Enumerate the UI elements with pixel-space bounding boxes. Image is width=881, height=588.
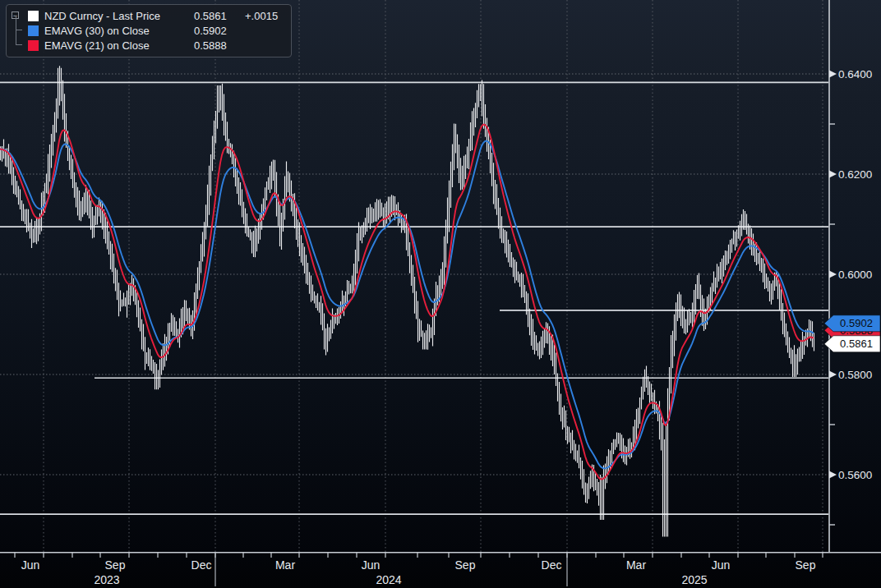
- tree-branch: [16, 16, 22, 30]
- x-axis-year-label: 2023: [94, 573, 119, 586]
- tree-branch: [16, 30, 22, 45]
- series-value: 0.5861: [194, 9, 245, 23]
- x-axis-month-label: Sep: [105, 558, 126, 572]
- x-axis-month-label: Jun: [712, 558, 731, 572]
- legend-panel: − NZD Curncy - Last Price 0.5861 +.0015 …: [6, 4, 292, 57]
- x-axis-month-label: Jun: [362, 558, 381, 572]
- legend-row-last-price[interactable]: − NZD Curncy - Last Price 0.5861 +.0015: [12, 8, 286, 23]
- y-axis-label: 0.6200: [838, 168, 872, 181]
- series-change: +.0015: [245, 9, 278, 23]
- axis-arrow-icon: [829, 271, 837, 278]
- legend-row-emavg-21[interactable]: EMAVG (21) on Close 0.5888: [12, 38, 286, 53]
- x-axis-month-label: Mar: [275, 558, 295, 572]
- chart-window: 0.64000.62000.60000.58000.5600JunSepDecM…: [0, 0, 881, 588]
- axis-arrow-icon: [829, 171, 837, 178]
- series-swatch-red: [28, 40, 39, 51]
- x-axis-month-label: Jun: [21, 558, 40, 572]
- plot-area[interactable]: [0, 0, 828, 552]
- y-axis-label: 0.5800: [838, 369, 872, 381]
- tree-cell: [12, 38, 28, 53]
- x-axis-month-label: Dec: [191, 558, 212, 572]
- legend-row-emavg-30[interactable]: EMAVG (30) on Close 0.5902: [12, 23, 286, 38]
- y-axis-label: 0.6400: [838, 68, 872, 80]
- series-label: EMAVG (30) on Close: [44, 24, 194, 38]
- x-axis-year-label: 2025: [681, 573, 707, 586]
- y-axis-label: 0.5600: [838, 469, 872, 481]
- x-axis-year-label: 2024: [376, 573, 401, 586]
- x-axis-month-label: Dec: [542, 558, 562, 572]
- axis-arrow-icon: [829, 371, 837, 379]
- x-axis-month-label: Sep: [455, 558, 476, 572]
- price-badge-value: 0.5861: [840, 338, 873, 350]
- price-chart-canvas[interactable]: 0.64000.62000.60000.58000.5600JunSepDecM…: [0, 0, 881, 588]
- x-axis-month-label: Sep: [796, 558, 816, 572]
- axis-arrow-icon: [829, 471, 837, 479]
- series-value: 0.5888: [194, 39, 245, 53]
- y-axis-label: 0.6000: [838, 269, 872, 281]
- series-swatch-blue: [28, 25, 39, 36]
- series-value: 0.5902: [194, 24, 245, 38]
- series-label: EMAVG (21) on Close: [44, 39, 194, 53]
- series-label: NZD Curncy - Last Price: [44, 9, 194, 23]
- price-badge-value: 0.5902: [840, 317, 873, 329]
- series-swatch-white: [28, 11, 39, 21]
- axis-arrow-icon: [829, 71, 837, 78]
- x-axis-month-label: Mar: [626, 558, 646, 572]
